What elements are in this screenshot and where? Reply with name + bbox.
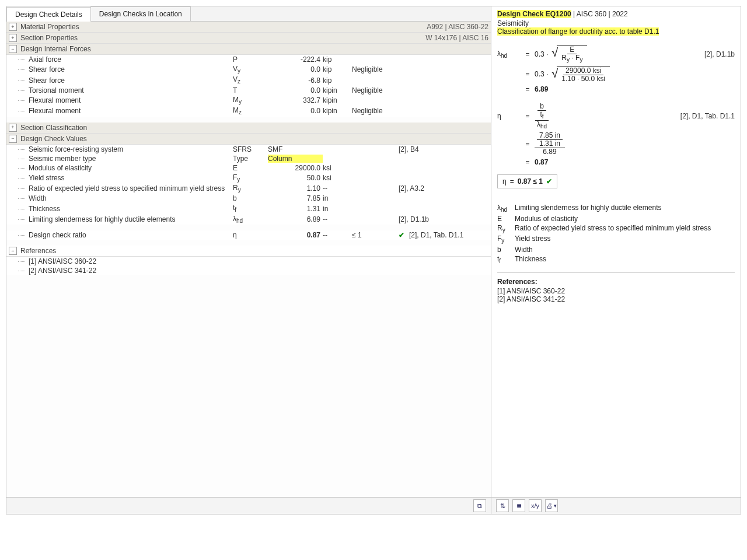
- row-label: Ratio of expected yield stress to specif…: [29, 184, 233, 192]
- right-subtitle: Seismicity Classification of flange for …: [491, 19, 741, 39]
- row-label: Axial force: [29, 55, 233, 64]
- table-row: Widthb7.85in: [6, 194, 491, 203]
- right-references: References: [1] ANSI/AISC 360-22[2] ANSI…: [491, 278, 741, 303]
- tab-bar: Design Check Details Design Checks in Lo…: [6, 6, 491, 22]
- row-value: 50.0: [268, 174, 323, 182]
- title-highlight: Design Check EQ1200: [497, 10, 571, 18]
- references-rows: [1] ANSI/AISC 360-22[2] ANSI/AISC 341-22: [6, 257, 491, 275]
- copy-icon[interactable]: ⧉: [473, 499, 486, 512]
- left-toolbar: ⧉: [6, 497, 491, 514]
- table-row: Shear forceVz-6.8kip: [6, 75, 491, 85]
- definition-row: tfThickness: [497, 255, 735, 264]
- row-label: Flexural moment: [29, 96, 233, 104]
- section-section-properties[interactable]: + Section Properties W 14x176 | AISC 16: [6, 33, 491, 44]
- definition-text: Limiting slenderness for highly ductile …: [515, 204, 735, 213]
- section-internal-forces[interactable]: − Design Internal Forces: [6, 44, 491, 55]
- row-symbol: b: [233, 194, 268, 202]
- row-label: Yield stress: [29, 174, 233, 182]
- right-pane: Design Check EQ1200 | AISC 360 | 2022 Se…: [491, 6, 741, 514]
- row-value: 0.0: [268, 65, 323, 74]
- row-symbol: tf: [233, 204, 268, 213]
- row-reference: [2], A3.2: [399, 184, 491, 192]
- row-symbol: Mz: [233, 106, 268, 116]
- section-title: Design Check Values: [20, 135, 488, 143]
- result-box: η= 0.87 ≤ 1 ✔: [497, 174, 557, 188]
- tab-location[interactable]: Design Checks in Location: [90, 6, 191, 21]
- values-rows: Seismic force-resisting systemSFRSSMF[2]…: [6, 145, 491, 225]
- table-row: Shear forceVy0.0kipNegligible: [6, 64, 491, 75]
- row-unit: kipin: [323, 86, 352, 94]
- subtitle-highlight: Classification of flange for ductility a…: [497, 27, 659, 36]
- definition-text: Yield stress: [515, 235, 735, 244]
- expand-icon[interactable]: +: [9, 34, 17, 42]
- row-unit: in: [323, 194, 352, 202]
- row-design-check-ratio: Design check ratio η 0.87 -- ≤ 1 ✔ [2], …: [6, 230, 491, 240]
- section-classification[interactable]: + Section Classification: [6, 123, 491, 134]
- row-label: Seismic force-resisting system: [29, 145, 233, 153]
- collapse-icon[interactable]: −: [9, 45, 17, 53]
- references-title: References:: [497, 278, 735, 286]
- right-toolbar: ⇅ ≣ x/y 🖨: [491, 497, 741, 514]
- seismicity-label: Seismicity: [497, 19, 735, 27]
- section-design-check-values[interactable]: − Design Check Values: [6, 134, 491, 145]
- row-unit: ksi: [323, 164, 352, 172]
- section-material-properties[interactable]: + Material Properties A992 | AISC 360-22: [6, 22, 491, 33]
- collapse-icon[interactable]: −: [9, 247, 17, 255]
- section-title: Material Properties: [20, 23, 427, 31]
- row-label: Flexural moment: [29, 107, 233, 115]
- tab-details[interactable]: Design Check Details: [6, 7, 91, 22]
- row-symbol: Fy: [233, 173, 268, 183]
- symbol-definitions: λhdLimiting slenderness for highly ducti…: [491, 200, 741, 268]
- table-row: Ratio of expected yield stress to specif…: [6, 183, 491, 194]
- expand-icon[interactable]: +: [9, 124, 17, 132]
- definition-text: Width: [515, 246, 735, 254]
- section-title: Design Internal Forces: [20, 45, 488, 53]
- row-unit: --: [323, 184, 352, 192]
- row-symbol: T: [233, 86, 268, 94]
- row-label: Shear force: [29, 65, 233, 74]
- table-row: Yield stressFy50.0ksi: [6, 173, 491, 183]
- check-ok-icon: ✔: [399, 231, 409, 239]
- row-unit: kip: [323, 76, 352, 85]
- row-reference: [2], D1.1b: [399, 215, 491, 223]
- section-title: References: [20, 247, 488, 255]
- row-value: 29000.0: [268, 164, 323, 172]
- tool-icon-list[interactable]: ≣: [512, 499, 525, 512]
- row-label: Limiting slenderness for highly ductile …: [29, 215, 233, 223]
- forces-rows: Axial forceP-222.4kipShear forceVy0.0kip…: [6, 55, 491, 117]
- row-reference: [2], D1, Tab. D1.1: [409, 231, 491, 239]
- row-value: 0.0: [268, 86, 323, 94]
- row-unit: --: [323, 231, 352, 239]
- row-value: Column: [268, 155, 323, 163]
- tool-icon-fraction[interactable]: x/y: [529, 499, 542, 512]
- formula-reference: [2], D1, Tab. D1.1: [680, 112, 735, 120]
- definition-symbol: E: [497, 215, 515, 223]
- row-value: 1.10: [268, 184, 323, 192]
- print-icon[interactable]: 🖨: [545, 499, 558, 512]
- reference-item: [2] ANSI/AISC 341-22: [497, 295, 735, 303]
- formula-block: λhd = 0.3 · E Ry · Fy [2], D1.1b = 0.3: [491, 39, 741, 192]
- table-row: Seismic force-resisting systemSFRSSMF[2]…: [6, 145, 491, 154]
- section-references[interactable]: − References: [6, 246, 491, 257]
- right-title: Design Check EQ1200 | AISC 360 | 2022: [491, 6, 741, 19]
- row-symbol: Type: [233, 155, 268, 163]
- check-ok-icon: ✔: [546, 177, 552, 186]
- row-value: 0.87: [268, 231, 323, 239]
- tool-icon-1[interactable]: ⇅: [496, 499, 509, 512]
- row-value: 0.0: [268, 107, 323, 115]
- row-symbol: η: [233, 231, 268, 239]
- section-title: Section Classification: [20, 124, 488, 132]
- left-pane: Design Check Details Design Checks in Lo…: [6, 6, 491, 514]
- row-note: Negligible: [352, 86, 399, 94]
- table-row: Axial forceP-222.4kip: [6, 55, 491, 64]
- table-row: Torsional momentT0.0kipinNegligible: [6, 86, 491, 95]
- row-value: 332.7: [268, 96, 323, 104]
- definition-text: Modulus of elasticity: [515, 215, 735, 223]
- expand-icon[interactable]: +: [9, 23, 17, 31]
- collapse-icon[interactable]: −: [9, 135, 17, 143]
- row-value: SMF: [268, 145, 323, 153]
- reference-item: [1] ANSI/AISC 360-22: [497, 287, 735, 295]
- section-subtitle: A992 | AISC 360-22: [427, 23, 488, 31]
- definition-text: Ratio of expected yield stress to specif…: [515, 224, 735, 233]
- row-symbol: Vz: [233, 75, 268, 85]
